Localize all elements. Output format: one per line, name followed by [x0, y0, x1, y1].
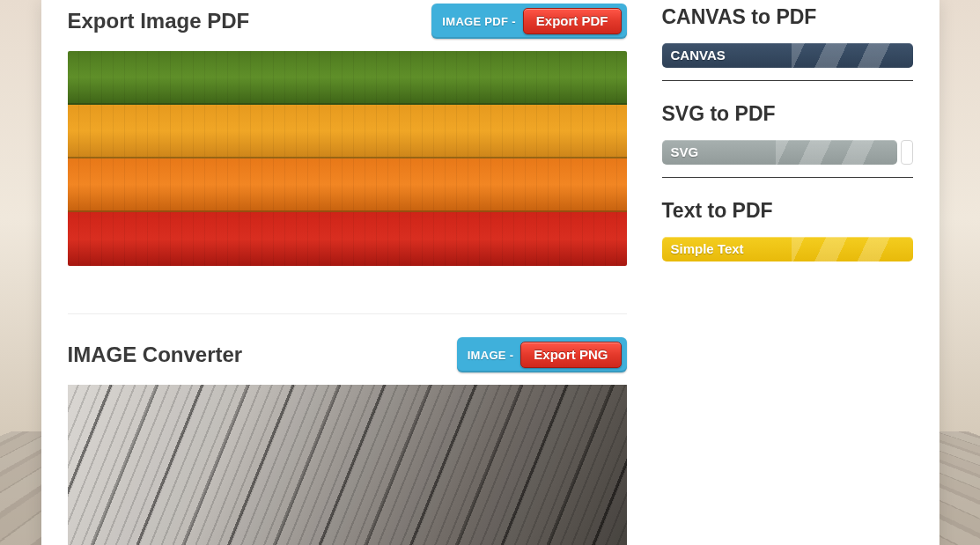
wood-strip-amber: [68, 105, 627, 158]
section-title: Export Image PDF: [68, 9, 250, 33]
export-png-button[interactable]: Export PNG: [520, 342, 621, 368]
preview-image-gray-planks: [68, 385, 627, 545]
section-header-export-image-pdf: Export Image PDF IMAGE PDF - Export PDF: [68, 4, 627, 39]
sidebar-title: CANVAS to PDF: [662, 5, 913, 29]
export-wrap-image-pdf: IMAGE PDF - Export PDF: [431, 4, 626, 39]
export-pdf-button[interactable]: Export PDF: [523, 8, 622, 34]
sidebar-band-svg-endcap[interactable]: [901, 140, 913, 165]
sidebar-title: SVG to PDF: [662, 102, 913, 126]
main-column: Export Image PDF IMAGE PDF - Export PDF …: [68, 0, 662, 545]
export-wrap-image: IMAGE - Export PNG: [457, 337, 627, 372]
sidebar-band-label: Simple Text: [671, 241, 744, 256]
export-prefix-label: IMAGE -: [468, 349, 514, 362]
wood-strip-orange: [68, 158, 627, 212]
sidebar-block-text-to-pdf: Text to PDF Simple Text: [662, 199, 913, 261]
sidebar-band-simple-text[interactable]: Simple Text: [662, 237, 913, 261]
sidebar-block-svg-to-pdf: SVG to PDF SVG: [662, 102, 913, 178]
preview-image-wood-stripes: [68, 51, 627, 266]
sidebar-divider: [662, 177, 913, 178]
export-prefix-label: IMAGE PDF -: [442, 15, 515, 28]
page-card: Export Image PDF IMAGE PDF - Export PDF …: [41, 0, 939, 545]
sidebar-title: Text to PDF: [662, 199, 913, 223]
sidebar-block-canvas-to-pdf: CANVAS to PDF CANVAS: [662, 5, 913, 81]
section-title: IMAGE Converter: [68, 342, 243, 367]
sidebar-band-label: SVG: [671, 144, 699, 159]
section-divider: [68, 313, 627, 314]
wood-strip-red: [68, 212, 627, 266]
wood-strip-green: [68, 51, 627, 105]
sidebar-band-svg-wrap: SVG: [662, 140, 913, 165]
sidebar-column: CANVAS to PDF CANVAS SVG to PDF SVG Text…: [662, 0, 913, 545]
sidebar-band-svg[interactable]: SVG: [662, 140, 897, 165]
sidebar-band-canvas[interactable]: CANVAS: [662, 43, 913, 68]
section-header-image-converter: IMAGE Converter IMAGE - Export PNG: [68, 337, 627, 372]
sidebar-divider: [662, 80, 913, 81]
sidebar-band-label: CANVAS: [671, 48, 726, 63]
